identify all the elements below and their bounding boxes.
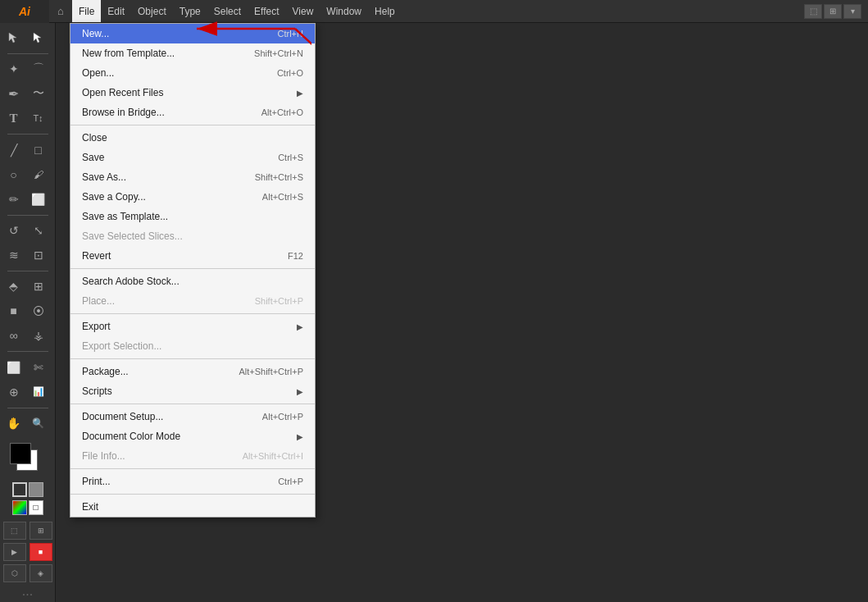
menu-item-exit[interactable]: Exit (70, 497, 315, 517)
menu-item-revert[interactable]: Revert F12 (70, 246, 315, 266)
scale-tool[interactable]: ⤡ (26, 219, 51, 242)
menu-object[interactable]: Object (131, 0, 173, 22)
menu-item-open-shortcut: Ctrl+O (277, 68, 303, 78)
menu-item-export[interactable]: Export ▶ (70, 317, 315, 336)
warp-tool[interactable]: ≋ (2, 244, 26, 267)
tool-group-pencil: ✏ ⬜ (2, 188, 54, 211)
blend-tool[interactable]: ∞ (2, 324, 26, 347)
line-tool[interactable]: ╱ (2, 139, 26, 162)
live-paint-tool[interactable]: ⚶ (26, 324, 51, 347)
menu-item-open[interactable]: Open... Ctrl+O (70, 63, 315, 83)
small-tool-5[interactable]: ⬡ (3, 564, 26, 582)
gradient-icon[interactable] (29, 482, 43, 497)
bottom-tool-area: ⬚ ⊞ ▶ ■ ⬡ ◈ ··· (3, 522, 52, 602)
view-btn-dropdown[interactable]: ▾ (843, 4, 861, 19)
free-transform-tool[interactable]: ⊡ (26, 244, 51, 267)
menu-item-save-slices: Save Selected Slices... (70, 226, 315, 246)
menu-item-print[interactable]: Print... Ctrl+P (70, 472, 315, 491)
menu-file[interactable]: File (72, 0, 101, 22)
perspective-tool[interactable]: ⬘ (2, 275, 26, 298)
separator-a (70, 125, 315, 125)
scripts-arrow: ▶ (297, 387, 303, 396)
menu-help[interactable]: Help (368, 0, 402, 22)
menu-item-new[interactable]: New... Ctrl+N (70, 24, 315, 43)
menu-window[interactable]: Window (320, 0, 368, 22)
menu-item-place: Place... Shift+Ctrl+P (70, 291, 315, 311)
view-btn-2[interactable]: ⊞ (824, 4, 842, 19)
menu-item-new-template[interactable]: New from Template... Shift+Ctrl+N (70, 43, 315, 63)
small-tool-1[interactable]: ⬚ (3, 522, 26, 540)
menu-item-bridge-label: Browse in Bridge... (82, 107, 165, 118)
separator-f (70, 468, 315, 469)
svg-marker-1 (34, 33, 41, 43)
selection-tool[interactable] (2, 26, 26, 49)
ellipse-tool[interactable]: ○ (2, 163, 26, 186)
magic-wand-tool[interactable]: ✦ (2, 57, 26, 80)
small-tool-2[interactable]: ⊞ (30, 522, 52, 540)
white-fill-icon[interactable]: □ (29, 500, 43, 515)
tool-group-line: ╱ □ (2, 139, 54, 162)
menu-item-save-as[interactable]: Save As... Shift+Ctrl+S (70, 167, 315, 187)
menu-item-recent[interactable]: Open Recent Files ▶ (70, 83, 315, 103)
menu-item-doc-setup[interactable]: Document Setup... Alt+Ctrl+P (70, 407, 315, 426)
menu-item-save-template-label: Save as Template... (82, 211, 168, 222)
menu-item-recent-label: Open Recent Files (82, 87, 163, 98)
color-mode-arrow: ▶ (297, 432, 303, 441)
menu-edit[interactable]: Edit (101, 0, 131, 22)
pencil-tool[interactable]: ✏ (2, 188, 26, 211)
menu-item-file-info: File Info... Alt+Shift+Ctrl+I (70, 446, 315, 466)
mesh-tool[interactable]: ⊞ (26, 275, 51, 298)
menu-select[interactable]: Select (207, 0, 248, 22)
view-buttons: ⬚ ⊞ ▾ (804, 4, 861, 19)
small-tool-3[interactable]: ▶ (3, 543, 26, 561)
rotate-tool[interactable]: ↺ (2, 219, 26, 242)
menu-item-color-mode-label: Document Color Mode (82, 431, 180, 442)
home-icon[interactable]: ⌂ (49, 0, 72, 23)
menu-item-save-copy-label: Save a Copy... (82, 191, 146, 203)
slice-tool[interactable]: ✄ (26, 356, 51, 379)
artboard-tool[interactable]: ⬜ (2, 356, 26, 379)
color-mode-icon[interactable] (12, 500, 27, 515)
menu-item-stock[interactable]: Search Adobe Stock... (70, 271, 315, 291)
menu-item-new-template-label: New from Template... (82, 48, 175, 59)
menu-view[interactable]: View (286, 0, 320, 22)
pen-tool[interactable]: ✒ (2, 82, 26, 105)
curvature-tool[interactable]: 〜 (26, 82, 51, 105)
eraser-tool[interactable]: ⬜ (26, 188, 51, 211)
menu-item-color-mode[interactable]: Document Color Mode ▶ (70, 426, 315, 446)
svg-marker-0 (9, 33, 16, 43)
menu-item-save-template[interactable]: Save as Template... (70, 207, 315, 226)
menu-item-package[interactable]: Package... Alt+Shift+Ctrl+P (70, 362, 315, 381)
menubar-right: ⬚ ⊞ ▾ (804, 4, 868, 19)
small-tool-6[interactable]: ◈ (30, 564, 52, 582)
menu-item-save-copy[interactable]: Save a Copy... Alt+Ctrl+S (70, 187, 315, 207)
direct-selection-tool[interactable] (26, 26, 51, 49)
tool-group-warp: ≋ ⊡ (2, 244, 54, 267)
menu-type[interactable]: Type (173, 0, 207, 22)
menu-item-close[interactable]: Close (70, 128, 315, 148)
eyedropper-tool[interactable]: ⦿ (26, 299, 51, 322)
symbol-tool[interactable]: ⊕ (2, 381, 26, 404)
more-tools[interactable]: ··· (3, 587, 52, 602)
menu-item-save[interactable]: Save Ctrl+S (70, 148, 315, 167)
no-fill-icon[interactable] (12, 482, 27, 497)
hand-tool[interactable]: ✋ (2, 412, 26, 435)
rectangle-tool[interactable]: □ (26, 139, 51, 162)
menu-item-exit-label: Exit (82, 501, 98, 513)
menu-item-revert-label: Revert (82, 250, 111, 262)
paint-brush-tool[interactable]: 🖌 (26, 163, 51, 186)
menu-effect[interactable]: Effect (248, 0, 285, 22)
zoom-tool[interactable]: 🔍 (26, 412, 51, 435)
column-graph-tool[interactable]: 📊 (26, 381, 51, 404)
lasso-tool[interactable]: ⌒ (26, 57, 51, 80)
menu-item-close-label: Close (82, 132, 107, 144)
type-tool[interactable]: T (2, 107, 26, 130)
small-tool-4[interactable]: ■ (30, 543, 52, 561)
menu-item-bridge[interactable]: Browse in Bridge... Alt+Ctrl+O (70, 103, 315, 122)
menu-item-scripts[interactable]: Scripts ▶ (70, 381, 315, 401)
menu-item-place-shortcut: Shift+Ctrl+P (255, 296, 303, 306)
view-btn-1[interactable]: ⬚ (804, 4, 822, 19)
gradient-tool[interactable]: ■ (2, 299, 26, 322)
foreground-swatch[interactable] (10, 443, 31, 464)
touch-type-tool[interactable]: T↕ (26, 107, 51, 130)
